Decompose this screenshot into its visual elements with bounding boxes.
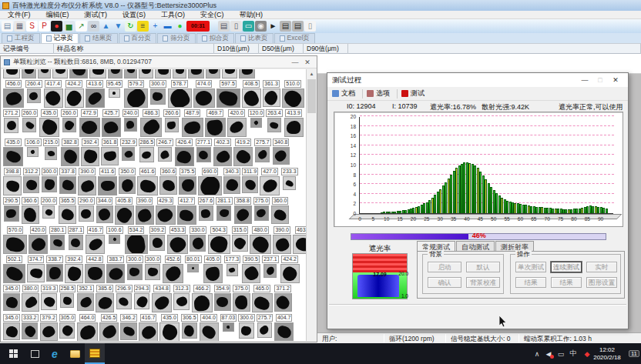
particle-cell[interactable]: 398.8 [3, 168, 22, 195]
particle-cell[interactable]: 338.7 [46, 255, 63, 282]
explorer-taskbar-button[interactable] [65, 343, 85, 364]
print-preview-button[interactable]: ▤ [2, 20, 13, 33]
particle-cell[interactable]: 290.0 [78, 197, 95, 222]
particle-cell[interactable]: 345.0 [3, 314, 20, 340]
column-header-3[interactable]: D50值(μm) [259, 44, 304, 54]
column-header-1[interactable]: 样品名称 [54, 44, 214, 54]
particle-cell[interactable]: 361.8 [101, 139, 119, 165]
particle-cell[interactable]: 87.03 [220, 314, 237, 332]
particle-cell[interactable]: 309.2 [149, 226, 166, 251]
particle-cell[interactable] [89, 69, 106, 78]
particle-cell[interactable]: 442.8 [85, 255, 105, 283]
particle-cell[interactable] [139, 69, 153, 78]
play-button[interactable]: ► [267, 20, 279, 33]
particle-cell[interactable]: 405.8 [115, 197, 134, 225]
particle-cell[interactable]: 434.8 [152, 285, 172, 312]
particle-cell[interactable]: 286.5 [139, 139, 156, 162]
button-启动-0[interactable]: 启动 [428, 262, 461, 272]
particle-cell[interactable]: 453.3 [167, 226, 188, 254]
button-背景校准-3[interactable]: 背景校准 [466, 277, 500, 288]
particle-cell[interactable]: 280.1 [49, 226, 66, 250]
column-header-2[interactable]: D10值(μm) [214, 44, 259, 54]
particle-cell[interactable]: 215.0 [43, 139, 60, 160]
particle-cell[interactable]: 402.3 [213, 139, 232, 166]
tab-拟合页[interactable]: 拟合页 [196, 33, 235, 43]
particle-cell[interactable]: 480.0 [250, 226, 271, 254]
particle-cell[interactable]: 346.2 [120, 314, 137, 340]
particle-window-titlebar[interactable]: 单颗粒浏览 -- 颗粒数目:6816, 8MB, 0.01294707 — ✕ [1, 56, 317, 68]
particle-cell[interactable]: 333.2 [22, 314, 39, 339]
particle-cell[interactable] [206, 69, 220, 78]
clipboard-button[interactable]: ▯ [230, 20, 242, 33]
particle-cell[interactable]: 487.9 [182, 109, 203, 137]
particle-cell[interactable]: 305.0 [59, 314, 76, 339]
report-p-button[interactable]: P [39, 20, 50, 33]
album-button[interactable]: ▭ [243, 20, 254, 33]
particle-cell[interactable]: 379.2 [40, 314, 58, 341]
particle-cell[interactable]: 464.0 [77, 314, 98, 341]
particle-cell[interactable]: 578.7 [168, 80, 192, 108]
find-button[interactable]: ∞ [88, 20, 99, 33]
column-header-4[interactable]: D90值(μm) [304, 44, 348, 54]
particle-cell[interactable] [52, 69, 68, 78]
dialog-titlebar[interactable]: 测试过程 — □ ✕ [327, 73, 628, 87]
particle-cell[interactable]: 579.2 [124, 80, 148, 108]
particle-cell[interactable]: 411.6 [98, 168, 117, 195]
notification-center-button[interactable]: 11 [627, 343, 641, 364]
particle-cell[interactable]: 345.0 [3, 285, 20, 311]
move-down-button[interactable]: ▼ [112, 20, 124, 33]
particle-cell[interactable]: 374.7 [27, 255, 45, 282]
particle-cell[interactable]: 472.9 [79, 109, 100, 137]
menu-item-4[interactable]: 工具(O) [153, 10, 193, 20]
particle-cell[interactable]: 390.5 [242, 255, 260, 283]
particle-cell[interactable]: 416.7 [86, 226, 105, 254]
particle-cell[interactable]: 300.0 [42, 168, 59, 192]
button-确认-2[interactable]: 确认 [428, 277, 461, 288]
particle-cell[interactable]: 312.3 [173, 285, 190, 310]
particle-cell[interactable]: 287.1 [68, 226, 85, 250]
particle-cell[interactable]: 260.4 [25, 80, 42, 103]
particle-cell[interactable]: 350.0 [119, 168, 136, 194]
particle-cell[interactable]: 371.2 [274, 285, 292, 312]
particle-cell[interactable]: 456.0 [3, 80, 24, 108]
report-s-button[interactable]: S [26, 20, 38, 33]
tab-Excel页[interactable]: Excel页 [274, 33, 315, 43]
particle-cell[interactable]: 412.7 [177, 197, 196, 225]
particle-cell[interactable]: 296.9 [116, 285, 133, 309]
particle-cell[interactable]: 474.0 [193, 80, 215, 108]
particle-cell[interactable]: 106.0 [25, 139, 42, 157]
particle-cell[interactable]: 246.7 [156, 139, 173, 162]
particle-cell[interactable]: 300.0 [145, 255, 162, 280]
particle-cell[interactable]: 275.0 [253, 197, 270, 221]
particle-cell[interactable]: 424.2 [280, 255, 300, 283]
laser-button[interactable]: ● [51, 20, 62, 33]
dialog-menu-测试[interactable]: 测试 [401, 88, 425, 99]
particle-cell[interactable]: 420.0 [227, 109, 247, 137]
dialog-menu-选项[interactable]: 选项 [367, 88, 390, 99]
particle-cell[interactable]: 425.7 [102, 109, 121, 137]
analyzer-app-taskbar-button[interactable] [85, 343, 105, 364]
particle-cell[interactable]: 315.0 [232, 226, 249, 252]
particle-cell[interactable]: 375.0 [233, 285, 250, 312]
display-icon[interactable]: ▭ [555, 343, 567, 364]
particle-cell[interactable]: 426.5 [99, 314, 119, 341]
particle-cell[interactable]: 311.9 [242, 168, 258, 193]
particle-cell[interactable]: 352.1 [77, 285, 94, 311]
particle-cell[interactable]: 275.7 [257, 314, 274, 338]
particle-cell[interactable]: 452.6 [163, 255, 183, 283]
particle-cell[interactable]: 233.3 [281, 168, 298, 190]
particle-cell[interactable] [69, 69, 88, 78]
particle-cell[interactable]: 390.0 [136, 197, 154, 225]
particle-cell[interactable]: 120.0 [248, 109, 265, 128]
particle-cell[interactable]: 382.8 [61, 139, 79, 166]
menu-item-5[interactable]: 安全(C) [193, 10, 232, 20]
particle-cell[interactable]: 404.7 [274, 314, 294, 341]
particle-cell[interactable] [108, 69, 122, 78]
particle-cell[interactable]: 424.2 [65, 80, 84, 108]
sphere-button[interactable]: ● [174, 20, 186, 33]
tab-记录页[interactable]: 记录页 [41, 33, 79, 43]
tab-结果页[interactable]: 结果页 [79, 33, 118, 43]
particle-cell[interactable]: 300.0 [126, 255, 143, 280]
particle-cell[interactable]: 340.3 [223, 168, 240, 194]
zoom-in-button[interactable]: + [149, 20, 161, 33]
